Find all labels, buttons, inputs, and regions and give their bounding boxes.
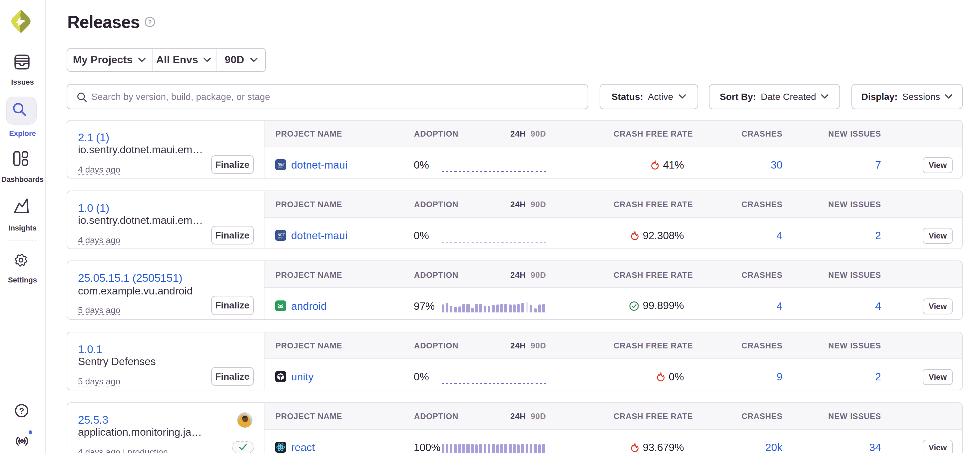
svg-text:MAUI: MAUI: [278, 237, 283, 239]
svg-text:MAUI: MAUI: [278, 167, 283, 168]
svg-text:.NET: .NET: [277, 162, 285, 166]
svg-text:?: ?: [19, 406, 24, 415]
svg-text:?: ?: [148, 19, 151, 25]
svg-text:.NET: .NET: [277, 233, 285, 237]
